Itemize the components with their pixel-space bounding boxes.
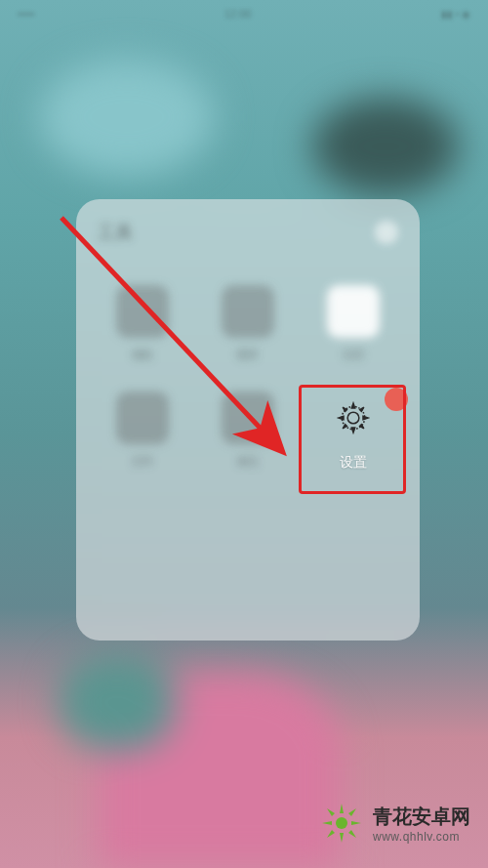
app-icon	[116, 392, 169, 444]
app-icon	[116, 285, 169, 338]
app-label: 文件	[132, 454, 153, 469]
app-label: 备忘	[237, 454, 259, 469]
app-item[interactable]: 相机	[98, 285, 187, 362]
app-item[interactable]: 图库	[203, 285, 293, 362]
status-bar: ••••• 12:00 ▮▮ • ◉	[0, 0, 488, 27]
svg-point-3	[336, 817, 347, 829]
svg-point-0	[347, 412, 359, 424]
folder-panel[interactable]: 工具 相机 图库 日历 文件 备忘	[76, 199, 420, 641]
folder-close-button[interactable]	[375, 221, 398, 244]
app-item[interactable]: 文件	[98, 392, 187, 472]
app-label: 相机	[132, 348, 153, 362]
watermark-logo-icon	[318, 800, 365, 847]
status-right: ▮▮ • ◉	[441, 9, 470, 20]
app-item[interactable]: 日历	[308, 285, 398, 362]
gear-svg	[334, 398, 373, 437]
app-icon	[222, 285, 274, 338]
app-icon	[327, 285, 380, 338]
status-left: •••••	[18, 9, 35, 20]
app-icon	[222, 392, 274, 444]
folder-title: 工具	[98, 221, 133, 244]
app-label-settings: 设置	[340, 454, 367, 472]
watermark-url: www.qhhlv.com	[373, 830, 460, 844]
gear-icon	[327, 392, 380, 444]
watermark-title: 青花安卓网	[373, 804, 470, 830]
app-item[interactable]: 备忘	[203, 392, 293, 472]
app-label: 日历	[343, 348, 364, 362]
notification-badge	[385, 388, 408, 411]
watermark: 青花安卓网 www.qhhlv.com	[318, 800, 470, 847]
app-label: 图库	[237, 348, 259, 362]
status-time: 12:00	[224, 8, 252, 20]
apps-grid: 相机 图库 日历 文件 备忘	[98, 285, 398, 472]
